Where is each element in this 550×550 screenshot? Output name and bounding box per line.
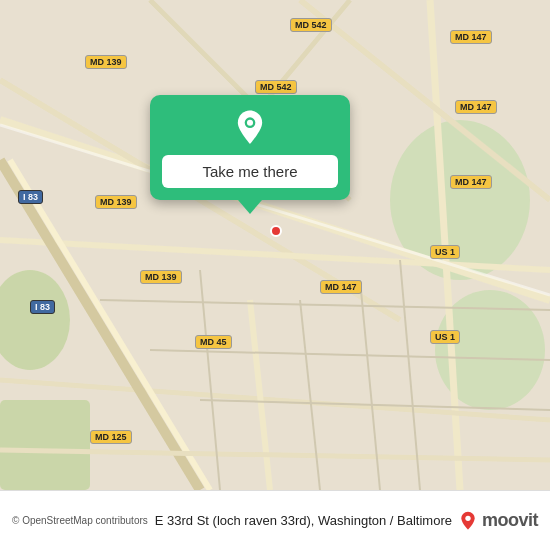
road-badge-md147_top_right: MD 147 [450, 30, 492, 44]
road-badge-md147_right3: MD 147 [450, 175, 492, 189]
moovit-pin-icon [458, 511, 478, 531]
road-badge-md542_top: MD 542 [290, 18, 332, 32]
map-pin-dot [270, 225, 282, 237]
tooltip-popup: Take me there [150, 95, 350, 200]
road-badge-md45: MD 45 [195, 335, 232, 349]
road-badge-i83_lower: I 83 [30, 300, 55, 314]
location-text: E 33rd St (loch raven 33rd), Washington … [155, 513, 452, 528]
road-badge-md139_lower: MD 139 [140, 270, 182, 284]
map-container: MD 542MD 139MD 542MD 147MD 147MD 147MD 1… [0, 0, 550, 490]
svg-point-27 [247, 120, 253, 126]
bottom-info: E 33rd St (loch raven 33rd), Washington … [155, 510, 538, 531]
road-badge-us1_lower: US 1 [430, 330, 460, 344]
road-badge-i83_top: I 83 [18, 190, 43, 204]
location-pin-icon [231, 109, 269, 147]
moovit-brand-name: moovit [482, 510, 538, 531]
attribution-label: © OpenStreetMap contributors [12, 515, 148, 526]
take-me-there-button[interactable]: Take me there [162, 155, 338, 188]
attribution-text: © OpenStreetMap contributors [12, 515, 148, 526]
svg-rect-4 [0, 400, 90, 490]
road-badge-md542_mid: MD 542 [255, 80, 297, 94]
road-badge-md147_lower: MD 147 [320, 280, 362, 294]
road-badge-md139_top: MD 139 [85, 55, 127, 69]
svg-point-28 [465, 515, 470, 520]
moovit-logo: moovit [458, 510, 538, 531]
road-badge-md125: MD 125 [90, 430, 132, 444]
road-badge-md147_right2: MD 147 [455, 100, 497, 114]
map-background [0, 0, 550, 490]
road-badge-us1_upper: US 1 [430, 245, 460, 259]
road-badge-md139_mid: MD 139 [95, 195, 137, 209]
bottom-bar: © OpenStreetMap contributors E 33rd St (… [0, 490, 550, 550]
